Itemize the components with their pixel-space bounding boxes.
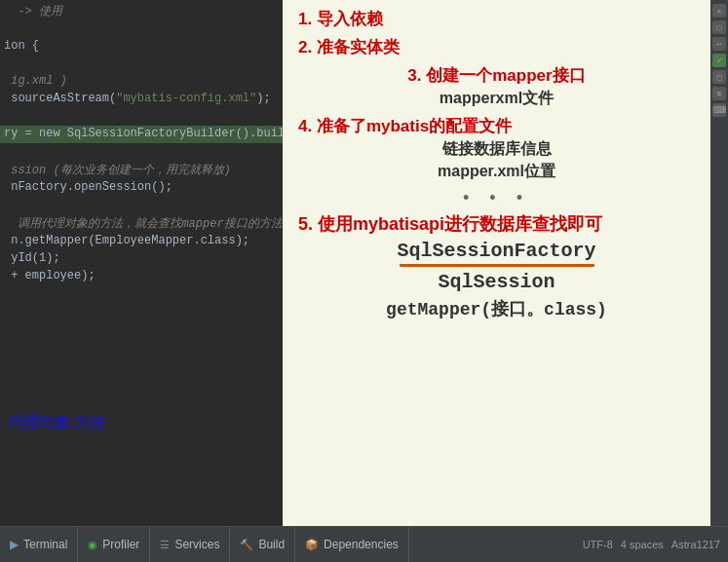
step3-sub: mapperxml文件 (298, 89, 695, 109)
deps-icon: 📦 (305, 539, 319, 551)
code-line-4 (4, 56, 11, 70)
step5: 5. 使用mybatisapi进行数据库查找即可 SqlSessionFacto… (298, 212, 695, 320)
dots: • • • (298, 188, 695, 208)
services-label: Services (174, 538, 219, 551)
code-line-10: ssion (每次业务创建一个，用完就释放) (4, 162, 231, 178)
dependencies-button[interactable]: 📦 Dependencies (295, 527, 409, 562)
get-mapper: getMapper(接口。class) (298, 297, 695, 320)
underline-decoration (400, 264, 594, 267)
deps-label: Dependencies (324, 538, 399, 551)
step4: 4. 准备了mybatis的配置文件 链接数据库信息 mapper.xml位置 (298, 115, 695, 182)
profiler-label: Profiler (102, 538, 139, 551)
terminal-button[interactable]: ▶ Terminal (0, 527, 78, 562)
sidebar-btn-5[interactable]: ◻ (712, 70, 726, 84)
code-line-16: + employee); (4, 269, 96, 282)
code-line-3: ion { (4, 39, 39, 53)
code-line-11: nFactory.openSession(); (4, 180, 172, 194)
build-label: Build (258, 538, 285, 551)
sidebar-btn-3[interactable]: ↔ (712, 37, 726, 51)
code-line-20 (4, 339, 11, 353)
profiler-button[interactable]: ◉ Profiler (78, 527, 150, 562)
toolbar-right: UTF-8 4 spaces Astra1217 (575, 539, 728, 550)
step4-sub2: mapper.xml位置 (298, 162, 695, 182)
step1-title: 1. 导入依赖 (298, 10, 383, 28)
spaces-label: 4 spaces (621, 539, 664, 550)
code-line-6: sourceAsStream("mybatis-config.xml"); (4, 92, 271, 105)
right-sidebar: × □ ↔ ✓ ◻ ≡ ⌨ (710, 0, 728, 526)
bottom-toolbar: ▶ Terminal ◉ Profiler ☰ Services 🔨 Build… (0, 526, 728, 562)
code-line-14: n.getMapper(EmployeeMapper.class); (4, 234, 249, 247)
step2: 2. 准备实体类 (298, 36, 695, 58)
step3-title: 3. 创建一个mapper接口 (298, 64, 695, 87)
code-line-15: yId(1); (4, 251, 60, 265)
step4-title: 4. 准备了mybatis的配置文件 (298, 115, 695, 137)
code-line-13: 调用代理对象的方法，就会查找mapper接口的方法 (4, 215, 283, 232)
step1: 1. 导入依赖 (298, 8, 695, 30)
user-label: Astra1217 (671, 539, 720, 550)
step4-sub1: 链接数据库信息 (298, 139, 695, 160)
sidebar-btn-1[interactable]: × (712, 4, 726, 18)
profiler-icon: ◉ (88, 539, 97, 551)
code-line-7 (4, 109, 11, 123)
code-line-17 (4, 286, 11, 300)
step3: 3. 创建一个mapper接口 mapperxml文件 (298, 64, 695, 109)
step2-title: 2. 准备实体类 (298, 38, 400, 56)
toolbar-left: ▶ Terminal ◉ Profiler ☰ Services 🔨 Build… (0, 527, 575, 562)
build-button[interactable]: 🔨 Build (230, 527, 295, 562)
sidebar-btn-7[interactable]: ⌨ (712, 103, 726, 117)
code-line-12 (4, 198, 11, 211)
code-line-2 (4, 21, 11, 35)
main-content: -> 使用 ion { ig.xml ) sourceAsStream("myb… (0, 0, 728, 526)
code-line-1: -> 使用 (4, 3, 62, 19)
code-line-9 (4, 144, 11, 158)
annotation-panel: 1. 导入依赖 2. 准备实体类 3. 创建一个mapper接口 mapperx… (283, 0, 710, 526)
services-button[interactable]: ☰ Services (150, 527, 230, 562)
terminal-label: Terminal (23, 538, 67, 551)
code-line-18 (4, 304, 11, 318)
code-line-19 (4, 321, 11, 335)
step5-title: 5. 使用mybatisapi进行数据库查找即可 (298, 212, 695, 236)
sql-session: SqlSession (298, 271, 695, 293)
code-panel: -> 使用 ion { ig.xml ) sourceAsStream("myb… (0, 0, 283, 526)
services-icon: ☰ (160, 539, 170, 551)
sidebar-btn-check[interactable]: ✓ (712, 54, 726, 67)
code-line-8: ry = new SqlSessionFactoryBuilder().buil… (4, 127, 283, 140)
terminal-icon: ▶ (10, 538, 19, 551)
sidebar-btn-2[interactable]: □ (712, 20, 726, 34)
proxy-label: 代理对象.方法 (8, 413, 105, 433)
sql-factory: SqlSessionFactory (298, 240, 695, 262)
encoding-label: UTF-8 (583, 539, 613, 550)
code-line-5: ig.xml ) (4, 74, 67, 88)
build-icon: 🔨 (240, 539, 253, 551)
sidebar-btn-6[interactable]: ≡ (712, 87, 726, 100)
